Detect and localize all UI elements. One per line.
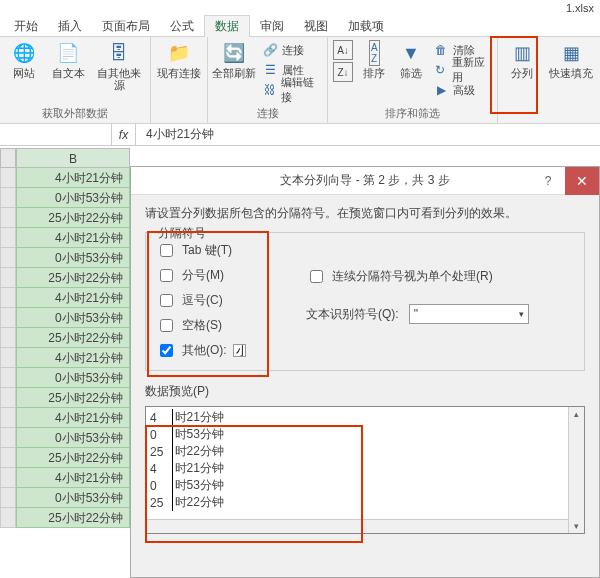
delim-semicolon-checkbox[interactable]: 分号(M)	[156, 266, 286, 285]
tab-insert[interactable]: 插入	[48, 16, 92, 37]
tab-view[interactable]: 视图	[294, 16, 338, 37]
row-header[interactable]	[0, 468, 16, 488]
reapply-button[interactable]: ↻重新应用	[431, 61, 493, 79]
cell[interactable]: 25小时22分钟	[16, 508, 130, 528]
close-button[interactable]: ✕	[565, 167, 599, 195]
cell[interactable]: 0小时53分钟	[16, 248, 130, 268]
row-header[interactable]	[0, 348, 16, 368]
filter-stack: 🗑清除 ↻重新应用 ▶高级	[431, 39, 493, 99]
corner-cell[interactable]	[0, 148, 16, 168]
row-header[interactable]	[0, 308, 16, 328]
advanced-filter-button[interactable]: ▶高级	[431, 81, 493, 99]
text-to-columns-button[interactable]: ▥分列	[502, 39, 542, 79]
flash-fill-button[interactable]: ▦快速填充	[546, 39, 596, 79]
consecutive-checkbox[interactable]: 连续分隔符号视为单个处理(R)	[306, 267, 574, 286]
properties-icon: ☰	[262, 62, 278, 78]
row-header[interactable]	[0, 188, 16, 208]
tab-formulas[interactable]: 公式	[160, 16, 204, 37]
title-bar: 1.xlsx	[0, 0, 600, 16]
preview-hscroll[interactable]	[146, 519, 568, 533]
row-header[interactable]	[0, 228, 16, 248]
cell[interactable]: 25小时22分钟	[16, 268, 130, 288]
cell[interactable]: 25小时22分钟	[16, 328, 130, 348]
delim-space-checkbox[interactable]: 空格(S)	[156, 316, 286, 335]
edit-links-button[interactable]: ⛓编辑链接	[260, 81, 323, 99]
column-header-b[interactable]: B	[16, 148, 130, 168]
globe-icon: 🌐	[12, 41, 36, 65]
dialog-description: 请设置分列数据所包含的分隔符号。在预览窗口内可看到分列的效果。	[145, 205, 585, 222]
row-header[interactable]	[0, 448, 16, 468]
cell[interactable]: 4小时21分钟	[16, 348, 130, 368]
formula-bar: fx 4小时21分钟	[0, 124, 600, 146]
cell[interactable]: 25小时22分钟	[16, 388, 130, 408]
cell[interactable]: 0小时53分钟	[16, 488, 130, 508]
name-box[interactable]	[0, 124, 112, 145]
group-label-sort: 排序和筛选	[332, 106, 493, 123]
sort-asc-icon[interactable]: A↓	[333, 40, 353, 60]
preview-box: 4时21分钟0时53分钟25时22分钟4时21分钟0时53分钟25时22分钟 ▴…	[145, 406, 585, 534]
cell[interactable]: 4小时21分钟	[16, 168, 130, 188]
connections-stack: 🔗连接 ☰属性 ⛓编辑链接	[260, 39, 323, 99]
delim-tab-checkbox[interactable]: Tab 键(T)	[156, 241, 286, 260]
row-header[interactable]	[0, 268, 16, 288]
cell[interactable]: 4小时21分钟	[16, 408, 130, 428]
row-header[interactable]	[0, 168, 16, 188]
tab-addins[interactable]: 加载项	[338, 16, 394, 37]
sort-icon: AZ	[362, 41, 386, 65]
delim-other-checkbox[interactable]: 其他(O):	[156, 341, 286, 360]
row-header[interactable]	[0, 288, 16, 308]
tab-pagelayout[interactable]: 页面布局	[92, 16, 160, 37]
tab-data[interactable]: 数据	[204, 15, 250, 37]
row-header[interactable]	[0, 248, 16, 268]
row-header[interactable]	[0, 328, 16, 348]
sort-desc-icon[interactable]: Z↓	[333, 62, 353, 82]
text-wizard-dialog: 文本分列向导 - 第 2 步，共 3 步 ? ✕ 请设置分列数据所包含的分隔符号…	[130, 166, 600, 578]
cell[interactable]: 0小时53分钟	[16, 368, 130, 388]
fx-icon[interactable]: fx	[112, 124, 136, 145]
group-label-external: 获取外部数据	[4, 106, 146, 123]
preview-vscroll[interactable]: ▴▾	[568, 407, 584, 533]
tab-home[interactable]: 开始	[4, 16, 48, 37]
row-header[interactable]	[0, 408, 16, 428]
from-web-button[interactable]: 🌐网站	[4, 39, 44, 79]
delim-other-input[interactable]	[233, 344, 246, 357]
from-text-button[interactable]: 📄自文本	[48, 39, 88, 79]
row-header[interactable]	[0, 208, 16, 228]
filter-button[interactable]: ▼筛选	[395, 39, 428, 79]
refresh-all-button[interactable]: 🔄全部刷新	[212, 39, 256, 79]
advanced-icon: ▶	[433, 82, 449, 98]
group-external-data: 🌐网站 📄自文本 🗄自其他来源 获取外部数据	[0, 37, 151, 123]
cell[interactable]: 4小时21分钟	[16, 228, 130, 248]
qualifier-select[interactable]: " ▾	[409, 304, 529, 324]
delimiter-fieldset: 分隔符号 Tab 键(T) 分号(M) 逗号(C) 空格(S) 其他(O): 连…	[145, 232, 585, 371]
row-header[interactable]	[0, 388, 16, 408]
preview-cell: 时53分钟	[172, 477, 226, 494]
group-data-tools: ▥分列 ▦快速填充	[498, 37, 600, 123]
row-header[interactable]	[0, 368, 16, 388]
existing-connections-button[interactable]: 📁现有连接	[155, 39, 203, 79]
preview-cell: 25	[148, 443, 172, 460]
formula-value[interactable]: 4小时21分钟	[136, 126, 214, 143]
cell[interactable]: 4小时21分钟	[16, 288, 130, 308]
preview-cell: 4	[148, 409, 172, 426]
connections-button[interactable]: 🔗连接	[260, 41, 323, 59]
help-button[interactable]: ?	[533, 167, 563, 195]
sort-button[interactable]: AZ排序	[358, 39, 391, 79]
row-header[interactable]	[0, 488, 16, 508]
row-header[interactable]	[0, 508, 16, 528]
tab-review[interactable]: 审阅	[250, 16, 294, 37]
preview-cell: 25	[148, 494, 172, 511]
row-header[interactable]	[0, 428, 16, 448]
sort-az-buttons[interactable]: A↓ Z↓	[332, 39, 354, 83]
cell[interactable]: 0小时53分钟	[16, 188, 130, 208]
ribbon-tabs: 开始 插入 页面布局 公式 数据 审阅 视图 加载项	[0, 16, 600, 36]
cell[interactable]: 0小时53分钟	[16, 308, 130, 328]
cell[interactable]: 4小时21分钟	[16, 468, 130, 488]
delim-comma-checkbox[interactable]: 逗号(C)	[156, 291, 286, 310]
cell[interactable]: 25小时22分钟	[16, 448, 130, 468]
from-other-button[interactable]: 🗄自其他来源	[92, 39, 146, 91]
preview-cell: 4	[148, 460, 172, 477]
cell[interactable]: 25小时22分钟	[16, 208, 130, 228]
cell[interactable]: 0小时53分钟	[16, 428, 130, 448]
preview-cell: 0	[148, 426, 172, 443]
